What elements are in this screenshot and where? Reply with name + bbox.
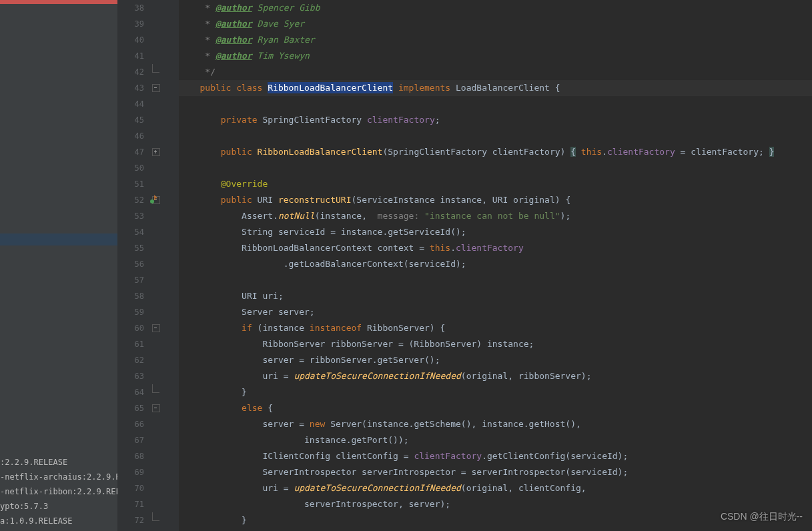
code-line[interactable]: [179, 128, 812, 144]
line-number[interactable]: 44: [117, 96, 148, 112]
code-line[interactable]: public class RibbonLoadBalancerClient im…: [179, 80, 812, 96]
gutter-row: 65: [117, 400, 179, 416]
code-line[interactable]: RibbonServer ribbonServer = (RibbonServe…: [179, 336, 812, 352]
code-line[interactable]: server = ribbonServer.getServer();: [179, 352, 812, 368]
line-number[interactable]: 38: [117, 0, 148, 16]
list-item[interactable]: ypto:5.7.3: [0, 499, 117, 514]
line-number[interactable]: 69: [117, 464, 148, 480]
list-item[interactable]: -netflix-ribbon:2.2.9.RELEASE: [0, 484, 117, 499]
gutter-marks: [148, 192, 179, 208]
gutter-marks: [148, 32, 179, 48]
gutter-row: 62: [117, 352, 179, 368]
fold-toggle-icon[interactable]: [152, 324, 160, 332]
code-editor[interactable]: 3839404142434445464750515253545556575859…: [117, 0, 812, 531]
code-line[interactable]: instance.getPort());: [179, 432, 812, 448]
line-number[interactable]: 60: [117, 320, 148, 336]
code-line[interactable]: */: [179, 64, 812, 80]
code-line[interactable]: }: [179, 512, 812, 528]
gutter-row: 51: [117, 176, 179, 192]
line-number[interactable]: 63: [117, 368, 148, 384]
line-number[interactable]: 43: [117, 80, 148, 96]
code-line[interactable]: if (instance instanceof RibbonServer) {: [179, 320, 812, 336]
line-number[interactable]: 39: [117, 16, 148, 32]
line-number[interactable]: 52: [117, 192, 148, 208]
code-area[interactable]: * @author Spencer Gibb * @author Dave Sy…: [179, 0, 812, 531]
code-line[interactable]: IClientConfig clientConfig = clientFacto…: [179, 448, 812, 464]
line-number[interactable]: 42: [117, 64, 148, 80]
code-line[interactable]: }: [179, 384, 812, 400]
line-number[interactable]: 45: [117, 112, 148, 128]
gutter-marks: [148, 80, 179, 96]
line-number[interactable]: 72: [117, 512, 148, 528]
code-line[interactable]: private SpringClientFactory clientFactor…: [179, 112, 812, 128]
code-line[interactable]: [179, 160, 812, 176]
code-line[interactable]: ServerIntrospector serverIntrospector = …: [179, 464, 812, 480]
list-item[interactable]: -netflix-archaius:2.2.9.RELEASE: [0, 470, 117, 484]
gutter-row: 59: [117, 304, 179, 320]
line-number[interactable]: 70: [117, 480, 148, 496]
code-line[interactable]: [179, 96, 812, 112]
code-line[interactable]: * @author Ryan Baxter: [179, 32, 812, 48]
gutter-marks: [148, 128, 179, 144]
line-number[interactable]: 40: [117, 32, 148, 48]
gutter-row: 66: [117, 416, 179, 432]
line-number[interactable]: 56: [117, 256, 148, 272]
line-number[interactable]: 50: [117, 160, 148, 176]
list-item[interactable]: :2.2.9.RELEASE: [0, 455, 117, 470]
code-line[interactable]: public URI reconstructURI(ServiceInstanc…: [179, 192, 812, 208]
override-gutter-icon[interactable]: [149, 195, 157, 204]
code-line[interactable]: serverIntrospector, server);: [179, 496, 812, 512]
code-line[interactable]: [179, 272, 812, 288]
code-line[interactable]: uri = updateToSecureConnectionIfNeeded(o…: [179, 368, 812, 384]
gutter-marks: [148, 320, 179, 336]
line-number[interactable]: 54: [117, 224, 148, 240]
fold-collapsed-icon[interactable]: [152, 148, 160, 156]
gutter-marks: [148, 512, 179, 528]
line-number[interactable]: 46: [117, 128, 148, 144]
gutter-marks: [148, 64, 179, 80]
gutter-marks: [148, 160, 179, 176]
line-number[interactable]: 61: [117, 336, 148, 352]
line-number[interactable]: 51: [117, 176, 148, 192]
code-line[interactable]: * @author Spencer Gibb: [179, 0, 812, 16]
line-number[interactable]: 58: [117, 288, 148, 304]
line-number[interactable]: 57: [117, 272, 148, 288]
code-line[interactable]: public RibbonLoadBalancerClient(SpringCl…: [179, 144, 812, 160]
gutter-marks: [148, 16, 179, 32]
code-line[interactable]: * @author Tim Ysewyn: [179, 48, 812, 64]
line-number[interactable]: 62: [117, 352, 148, 368]
code-line[interactable]: String serviceId = instance.getServiceId…: [179, 224, 812, 240]
code-line[interactable]: uri = updateToSecureConnectionIfNeeded(o…: [179, 480, 812, 496]
sidebar-selection: [0, 233, 117, 245]
line-number[interactable]: 65: [117, 400, 148, 416]
gutter-marks: [148, 240, 179, 256]
fold-toggle-icon[interactable]: [152, 404, 160, 412]
code-line[interactable]: @Override: [179, 176, 812, 192]
list-item[interactable]: a:1.0.9.RELEASE: [0, 514, 117, 528]
code-line[interactable]: Server server;: [179, 304, 812, 320]
code-line[interactable]: RibbonLoadBalancerContext context = this…: [179, 240, 812, 256]
line-number[interactable]: 71: [117, 496, 148, 512]
gutter-marks: [148, 416, 179, 432]
code-line[interactable]: else {: [179, 400, 812, 416]
line-number[interactable]: 55: [117, 240, 148, 256]
gutter-row: 50: [117, 160, 179, 176]
gutter-row: 68: [117, 448, 179, 464]
line-number[interactable]: 68: [117, 448, 148, 464]
line-number[interactable]: 53: [117, 208, 148, 224]
line-number[interactable]: 59: [117, 304, 148, 320]
gutter-row: 56: [117, 256, 179, 272]
line-number[interactable]: 64: [117, 384, 148, 400]
code-line[interactable]: * @author Dave Syer: [179, 16, 812, 32]
code-line[interactable]: URI uri;: [179, 288, 812, 304]
code-line[interactable]: Assert.notNull(instance, message: "insta…: [179, 208, 812, 224]
code-line[interactable]: server = new Server(instance.getScheme()…: [179, 416, 812, 432]
gutter-row: 72: [117, 512, 179, 528]
line-number[interactable]: 66: [117, 416, 148, 432]
line-number[interactable]: 41: [117, 48, 148, 64]
line-number[interactable]: 67: [117, 432, 148, 448]
gutter-row: 70: [117, 480, 179, 496]
code-line[interactable]: .getLoadBalancerContext(serviceId);: [179, 256, 812, 272]
fold-toggle-icon[interactable]: [152, 84, 160, 92]
line-number[interactable]: 47: [117, 144, 148, 160]
